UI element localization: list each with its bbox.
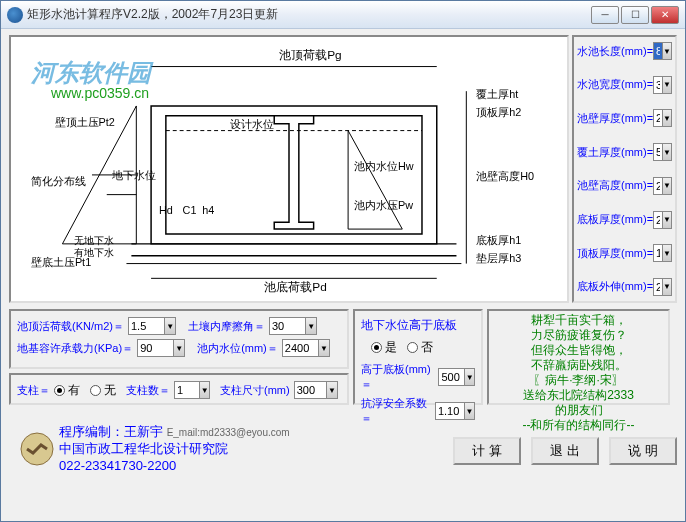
window-title: 矩形水池计算程序V2.2版，2002年7月23日更新 [27, 6, 591, 23]
bottom-extend-combo[interactable]: ▼ [653, 278, 672, 296]
label-top-t: 顶板厚h2 [476, 106, 521, 118]
wall-height-combo[interactable]: ▼ [653, 177, 672, 195]
label-inner-level: 池内水位Hw [354, 160, 414, 172]
label-top-load: 池顶荷载Pg [279, 48, 341, 62]
label-h4: h4 [202, 204, 214, 216]
handshake-icon [19, 431, 55, 467]
chevron-down-icon[interactable]: ▼ [662, 43, 671, 59]
param-top-thickness: 顶板厚度(mm)=▼ [577, 243, 672, 263]
label-inner-press: 池内水压Pw [354, 199, 413, 211]
label-cover-t: 覆土厚ht [476, 88, 518, 100]
minimize-button[interactable]: ─ [591, 6, 619, 24]
diagram-panel: 河东软件园 www.pc0359.cn 池顶荷载Pg [9, 35, 569, 303]
pool-width-combo[interactable]: ▼ [653, 76, 672, 94]
param-bottom-thickness: 底板厚度(mm)=▼ [577, 210, 672, 230]
pillar-count-combo[interactable]: ▼ [174, 381, 210, 399]
chevron-down-icon[interactable]: ▼ [662, 144, 671, 160]
watermark-url: www.pc0359.cn [51, 85, 149, 101]
label-bot-t: 底板厚h1 [476, 234, 521, 246]
chevron-down-icon[interactable]: ▼ [318, 340, 329, 356]
chevron-down-icon[interactable]: ▼ [173, 340, 184, 356]
pillar-panel: 支柱＝ 有 无 支柱数＝ ▼ 支柱尺寸(mm) ▼ [9, 373, 349, 405]
param-bottom-extend: 底板外伸(mm)=▼ [577, 277, 672, 297]
label-gw-level: 地下水位 [111, 169, 156, 181]
footer-area: 程序编制：王新宇 E_mail:md2333@eyou.com 中国市政工程华北… [9, 409, 677, 509]
chevron-down-icon[interactable]: ▼ [662, 245, 671, 261]
label-design-level: 设计水位 [230, 118, 274, 130]
close-button[interactable]: ✕ [651, 6, 679, 24]
email-label: E_mail:md2333@eyou.com [167, 424, 247, 436]
chevron-down-icon[interactable]: ▼ [662, 212, 671, 228]
pillar-size-combo[interactable]: ▼ [294, 381, 338, 399]
param-pool-length: 水池长度(mm)=▼ [577, 41, 672, 61]
chevron-down-icon[interactable]: ▼ [662, 178, 671, 194]
pool-length-combo[interactable]: ▼ [653, 42, 672, 60]
param-wall-thickness: 池壁厚度(mm)=▼ [577, 108, 672, 128]
label-bot-load: 池底荷载Pd [264, 280, 326, 294]
param-cover-thickness: 覆土厚度(mm)=▼ [577, 142, 672, 162]
maximize-button[interactable]: ☐ [621, 6, 649, 24]
param-wall-height: 池壁高度(mm)=▼ [577, 176, 672, 196]
geometry-params-panel: 水池长度(mm)=▼ 水池宽度(mm)=▼ 池壁厚度(mm)=▼ 覆土厚度(mm… [572, 35, 677, 303]
pillar-no-radio[interactable]: 无 [90, 382, 116, 399]
chevron-down-icon[interactable]: ▼ [305, 318, 316, 334]
label-wall-top-pressure: 壁顶土压Pt2 [55, 116, 115, 128]
label-c1: C1 [183, 204, 197, 216]
label-has-gw: 有地下水 [74, 247, 114, 258]
gw-radio-group: 是 否 [371, 339, 433, 356]
gw-yes-radio[interactable]: 是 [371, 339, 397, 356]
load-params-panel: 池顶活荷载(KN/m2)＝ ▼ 土壤内摩擦角＝ ▼ 地基容许承载力(KPa)＝ … [9, 309, 349, 369]
label-no-gw: 无地下水 [74, 235, 114, 246]
live-load-combo[interactable]: ▼ [128, 317, 176, 335]
calculate-button[interactable]: 计 算 [453, 437, 521, 465]
gw-no-radio[interactable]: 否 [407, 339, 433, 356]
chevron-down-icon[interactable]: ▼ [662, 77, 671, 93]
pillar-yes-radio[interactable]: 有 [54, 382, 80, 399]
param-pool-width: 水池宽度(mm)=▼ [577, 75, 672, 95]
top-thickness-combo[interactable]: ▼ [653, 244, 672, 262]
friction-angle-combo[interactable]: ▼ [269, 317, 317, 335]
app-window: 矩形水池计算程序V2.2版，2002年7月23日更新 ─ ☐ ✕ 河东软件园 w… [0, 0, 686, 522]
help-button[interactable]: 说 明 [609, 437, 677, 465]
wall-thickness-combo[interactable]: ▼ [653, 109, 672, 127]
chevron-down-icon[interactable]: ▼ [662, 279, 671, 295]
cover-thickness-combo[interactable]: ▼ [653, 143, 672, 161]
label-hd: Hd [159, 204, 173, 216]
titlebar: 矩形水池计算程序V2.2版，2002年7月23日更新 ─ ☐ ✕ [1, 1, 685, 29]
pillar-radio-group: 有 无 [54, 382, 116, 399]
chevron-down-icon[interactable]: ▼ [662, 110, 671, 126]
groundwater-panel: 地下水位高于底板 是 否 高于底板(mm)＝▼ 抗浮安全系数＝▼ [353, 309, 483, 405]
bottom-thickness-combo[interactable]: ▼ [653, 211, 672, 229]
gw-title: 地下水位高于底板 [361, 317, 475, 334]
chevron-down-icon[interactable]: ▼ [464, 369, 474, 385]
app-icon [7, 7, 23, 23]
chevron-down-icon[interactable]: ▼ [164, 318, 175, 334]
label-simple-line: 简化分布线 [31, 175, 86, 187]
inner-level-combo[interactable]: ▼ [282, 339, 330, 357]
bearing-combo[interactable]: ▼ [137, 339, 185, 357]
chevron-down-icon[interactable]: ▼ [326, 382, 336, 398]
chevron-down-icon[interactable]: ▼ [199, 382, 209, 398]
exit-button[interactable]: 退 出 [531, 437, 599, 465]
poem-panel: 耕犁千亩实千箱， 力尽筋疲谁复伤？ 但得众生皆得饱， 不辞羸病卧残阳。 〖病牛·… [487, 309, 670, 405]
gw-height-combo[interactable]: ▼ [438, 368, 475, 386]
credits-text: 程序编制：王新宇 E_mail:md2333@eyou.com 中国市政工程华北… [59, 423, 247, 474]
label-bed-t: 垫层厚h3 [476, 252, 521, 264]
label-wall-h: 池壁高度H0 [476, 170, 534, 182]
